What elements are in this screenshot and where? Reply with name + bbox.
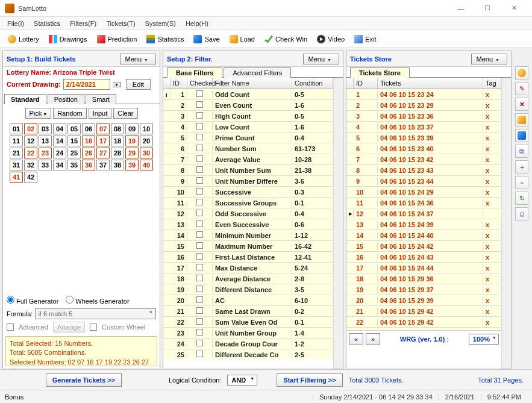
sidebar-minus-icon[interactable]: － bbox=[515, 176, 528, 189]
number-29[interactable]: 29 bbox=[125, 148, 139, 158]
ticket-row[interactable]: 604 06 10 15 23 40x bbox=[346, 143, 501, 154]
generate-tickets-button[interactable]: Generate Tickets >> bbox=[46, 373, 122, 387]
filter-checkbox[interactable] bbox=[196, 112, 203, 119]
sidebar-gear-icon[interactable] bbox=[515, 66, 528, 80]
ticket-row[interactable]: 1104 06 10 15 24 36x bbox=[346, 198, 501, 208]
filter-checkbox[interactable] bbox=[196, 101, 203, 108]
menu-filtersf[interactable]: Filters(F) bbox=[65, 18, 101, 29]
ticket-row[interactable]: 2104 06 10 15 29 42x bbox=[346, 306, 501, 317]
logical-condition-select[interactable]: AND bbox=[227, 375, 257, 386]
formula-select[interactable]: if 6 match 5 bbox=[35, 308, 156, 319]
tab-position[interactable]: Position bbox=[48, 94, 84, 104]
menu-filei[interactable]: File(I) bbox=[2, 18, 29, 29]
number-28[interactable]: 28 bbox=[111, 148, 124, 158]
zoom-select[interactable]: 100% bbox=[469, 334, 499, 345]
number-39[interactable]: 39 bbox=[125, 160, 139, 170]
number-21[interactable]: 21 bbox=[10, 148, 23, 158]
number-10[interactable]: 10 bbox=[140, 123, 153, 134]
number-26[interactable]: 26 bbox=[82, 148, 95, 158]
ticket-row[interactable]: 1204 06 10 15 24 37 bbox=[346, 208, 501, 219]
panel1-menu-button[interactable]: Menu bbox=[120, 54, 156, 64]
filter-checkbox[interactable] bbox=[196, 340, 203, 346]
ticket-row[interactable]: 204 06 10 15 23 29x bbox=[346, 100, 501, 111]
sidebar-pencil-icon[interactable]: ✎ bbox=[515, 82, 528, 95]
sidebar-print-icon[interactable]: ⎙ bbox=[515, 207, 528, 220]
ticket-row[interactable]: 1704 06 10 15 24 44x bbox=[346, 263, 501, 273]
menu-systems[interactable]: System(S) bbox=[140, 18, 181, 29]
ticket-row[interactable]: 504 06 10 15 23 39x bbox=[346, 133, 501, 143]
filter-checkbox[interactable] bbox=[196, 286, 203, 292]
number-38[interactable]: 38 bbox=[111, 160, 124, 170]
filter-checkbox[interactable] bbox=[196, 318, 203, 325]
filter-row[interactable]: 6Number Sum61-173 bbox=[163, 143, 333, 154]
number-04[interactable]: 04 bbox=[53, 123, 66, 134]
filter-checkbox[interactable] bbox=[196, 275, 203, 281]
tickets-scrollbar[interactable] bbox=[501, 78, 511, 369]
filter-checkbox[interactable] bbox=[196, 242, 203, 249]
filter-checkbox[interactable] bbox=[196, 220, 203, 227]
ticket-row[interactable]: 304 06 10 15 23 36x bbox=[346, 111, 501, 122]
number-25[interactable]: 25 bbox=[67, 148, 81, 158]
toolbar-lottery[interactable]: Lottery bbox=[4, 33, 43, 46]
filter-row[interactable]: 20AC6-10 bbox=[163, 295, 333, 306]
tab-tickets-store[interactable]: Tickets Store bbox=[350, 67, 410, 78]
number-31[interactable]: 31 bbox=[10, 160, 23, 170]
number-08[interactable]: 08 bbox=[111, 123, 124, 134]
panel2-menu-button[interactable]: Menu bbox=[303, 54, 339, 64]
number-30[interactable]: 30 bbox=[140, 148, 153, 158]
ticket-row[interactable]: 2204 06 10 15 29 42x bbox=[346, 317, 501, 328]
number-13[interactable]: 13 bbox=[39, 136, 52, 146]
sidebar-copy-icon[interactable]: ⧉ bbox=[515, 145, 528, 158]
number-12[interactable]: 12 bbox=[24, 136, 37, 146]
filter-row[interactable]: 16First-Last Distance12-41 bbox=[163, 252, 333, 263]
close-button[interactable]: ✕ bbox=[501, 0, 527, 17]
number-02[interactable]: 02 bbox=[24, 123, 37, 134]
number-24[interactable]: 24 bbox=[53, 148, 66, 158]
custom-wheel-checkbox[interactable] bbox=[90, 323, 97, 331]
ticket-row[interactable]: 1304 06 10 15 24 39x bbox=[346, 219, 501, 230]
number-19[interactable]: 19 bbox=[125, 136, 139, 146]
filter-row[interactable]: 22Sum Value Even Od0-1 bbox=[163, 317, 333, 328]
number-27[interactable]: 27 bbox=[96, 148, 110, 158]
filter-checkbox[interactable] bbox=[196, 134, 203, 140]
sidebar-delete-icon[interactable]: ✕ bbox=[515, 98, 528, 111]
filter-checkbox[interactable] bbox=[196, 166, 203, 173]
input-button[interactable]: Input bbox=[89, 108, 111, 119]
ticket-row[interactable]: 1904 06 10 15 29 37x bbox=[346, 284, 501, 295]
filter-checkbox[interactable] bbox=[196, 231, 203, 238]
number-11[interactable]: 11 bbox=[10, 136, 23, 146]
panel3-menu-button[interactable]: Menu bbox=[471, 54, 507, 64]
number-14[interactable]: 14 bbox=[53, 136, 66, 146]
filter-checkbox[interactable] bbox=[196, 188, 203, 195]
arrange-button[interactable]: Arrange bbox=[53, 322, 85, 333]
wheels-generator-radio[interactable]: Wheels Generator bbox=[66, 296, 129, 305]
filter-checkbox[interactable] bbox=[196, 210, 203, 216]
filter-row[interactable]: 21Same Last Drawn0-2 bbox=[163, 306, 333, 317]
toolbar-check-win[interactable]: Check Win bbox=[260, 33, 311, 46]
filter-checkbox[interactable] bbox=[196, 307, 203, 314]
ticket-row[interactable]: 1404 06 10 15 24 40x bbox=[346, 230, 501, 241]
toolbar-load[interactable]: Load bbox=[225, 33, 259, 46]
filter-row[interactable]: 10Successive0-3 bbox=[163, 187, 333, 198]
number-17[interactable]: 17 bbox=[96, 136, 110, 146]
filter-row[interactable]: 25Different Decade Co2-5 bbox=[163, 349, 333, 359]
sidebar-plus-icon[interactable]: ＋ bbox=[515, 160, 528, 173]
ticket-row[interactable]: 1504 06 10 15 24 42x bbox=[346, 241, 501, 252]
toolbar-prediction[interactable]: Prediction bbox=[93, 33, 142, 46]
filter-checkbox[interactable] bbox=[196, 199, 203, 205]
toolbar-video[interactable]: Video bbox=[313, 33, 349, 46]
ticket-row[interactable]: 1804 06 10 15 29 36x bbox=[346, 273, 501, 284]
filter-scrollbar[interactable] bbox=[333, 78, 343, 369]
number-33[interactable]: 33 bbox=[39, 160, 52, 170]
ticket-row[interactable]: 804 06 10 15 23 43x bbox=[346, 165, 501, 176]
filter-checkbox[interactable] bbox=[196, 145, 203, 151]
filter-row[interactable]: 11Successive Groups0-1 bbox=[163, 198, 333, 208]
tab-smart[interactable]: Smart bbox=[86, 94, 116, 104]
toolbar-save[interactable]: Save bbox=[189, 33, 224, 46]
filter-row[interactable]: 13Even Successive0-6 bbox=[163, 219, 333, 230]
page-first-button[interactable]: « bbox=[349, 333, 363, 345]
full-generator-radio[interactable]: Full Generator bbox=[7, 296, 58, 305]
tab-base-filters[interactable]: Base Filters bbox=[167, 67, 222, 78]
minimize-button[interactable]: — bbox=[448, 0, 474, 17]
start-filtering-button[interactable]: Start Filtering >> bbox=[277, 373, 342, 387]
